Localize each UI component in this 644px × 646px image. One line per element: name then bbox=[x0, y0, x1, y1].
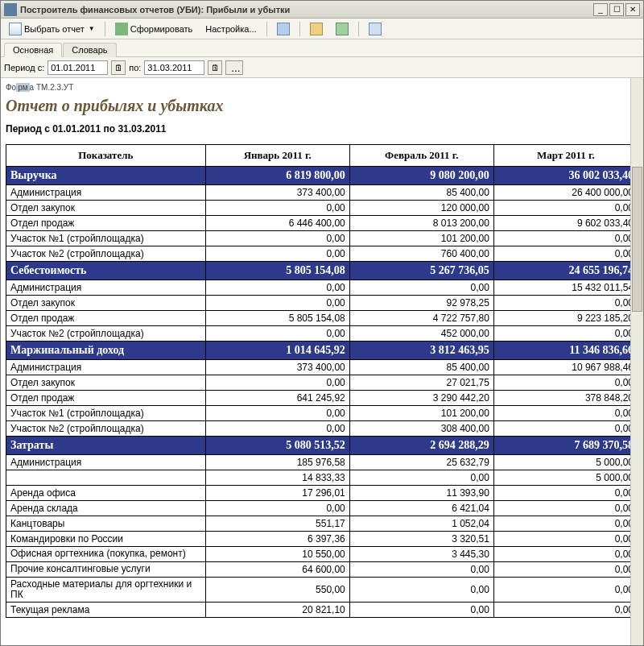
row-value: 373 400,00 bbox=[205, 360, 349, 375]
period-to-calendar[interactable]: 🗓 bbox=[208, 60, 222, 75]
copy-icon bbox=[277, 23, 290, 35]
subrow-value: 20 821,10 bbox=[205, 603, 349, 618]
row-value: 0,00 bbox=[493, 296, 638, 311]
close-button[interactable]: ✕ bbox=[625, 3, 640, 16]
row-value: 4 722 757,80 bbox=[349, 311, 493, 326]
row-label: Отдел продаж bbox=[6, 216, 206, 231]
section-value: 2 694 288,29 bbox=[349, 437, 493, 455]
export-button[interactable] bbox=[305, 20, 328, 38]
form-button[interactable]: Сформировать bbox=[110, 20, 198, 38]
row-value: 15 432 011,54 bbox=[493, 280, 638, 296]
table-subrow: Аренда склада0,006 421,040,00 bbox=[6, 501, 638, 516]
tab-dictionary[interactable]: Словарь bbox=[63, 43, 116, 57]
row-value: 0,00 bbox=[205, 280, 349, 296]
table-subrow: Текущая реклама20 821,100,000,00 bbox=[6, 603, 638, 618]
subrow-value: 551,17 bbox=[205, 516, 349, 532]
toolbar-separator bbox=[299, 22, 300, 36]
save-button[interactable] bbox=[331, 20, 353, 38]
subrow-value: 10 550,00 bbox=[205, 547, 349, 562]
table-subrow: 14 833,330,005 000,00 bbox=[6, 470, 638, 486]
subrow-value: 0,00 bbox=[493, 486, 638, 501]
row-value: 3 290 442,20 bbox=[349, 391, 493, 406]
period-from-label: Период с: bbox=[4, 63, 44, 72]
row-value: 308 400,00 bbox=[349, 421, 493, 437]
table-row: Отдел закупок0,0092 978,250,00 bbox=[6, 296, 638, 311]
maximize-button[interactable]: ☐ bbox=[609, 3, 624, 16]
table-subrow: Канцтовары551,171 052,040,00 bbox=[6, 516, 638, 532]
select-report-button[interactable]: Выбрать отчет ▼ bbox=[4, 20, 100, 38]
row-label: Отдел продаж bbox=[6, 311, 206, 326]
refresh-icon bbox=[369, 23, 382, 35]
section-value: 5 080 513,52 bbox=[205, 437, 349, 455]
period-bar: Период с: 🗓 по: 🗓 ... bbox=[1, 57, 643, 78]
tab-main[interactable]: Основная bbox=[4, 43, 62, 57]
export-icon bbox=[310, 23, 323, 35]
table-row: Отдел продаж5 805 154,084 722 757,809 22… bbox=[6, 311, 638, 326]
subrow-label: Офисная оргтехника (покупка, ремонт) bbox=[6, 547, 206, 562]
table-row: Администрация0,000,0015 432 011,54 bbox=[6, 280, 638, 296]
table-subrow: Командировки по России6 397,363 320,510,… bbox=[6, 532, 638, 547]
row-value: 452 000,00 bbox=[349, 326, 493, 342]
period-to-input[interactable] bbox=[144, 60, 204, 75]
minimize-button[interactable]: _ bbox=[593, 3, 608, 16]
row-value: 0,00 bbox=[493, 246, 638, 262]
subrow-label: Канцтовары bbox=[6, 516, 206, 532]
period-from-input[interactable] bbox=[47, 60, 108, 75]
row-value: 10 967 988,46 bbox=[493, 360, 638, 375]
row-value: 641 245,92 bbox=[205, 391, 349, 406]
scrollbar-thumb[interactable] bbox=[632, 167, 642, 312]
section-row: Себестоимость5 805 154,085 267 736,0524 … bbox=[6, 262, 638, 280]
table-row: Администрация185 976,5825 632,795 000,00 bbox=[6, 455, 638, 470]
row-value: 8 013 200,00 bbox=[349, 216, 493, 231]
subrow-value: 0,00 bbox=[493, 547, 638, 562]
toolbar-separator bbox=[358, 22, 359, 36]
window-title: Построитель финансовых отчетов (УБИ): Пр… bbox=[20, 5, 593, 14]
table-row: Отдел продаж6 446 400,008 013 200,009 60… bbox=[6, 216, 638, 231]
subrow-value: 0,00 bbox=[493, 501, 638, 516]
row-value: 101 200,00 bbox=[349, 231, 493, 246]
section-value: 6 819 800,00 bbox=[205, 167, 349, 185]
row-value: 185 976,58 bbox=[205, 455, 349, 470]
settings-button[interactable]: Настройка... bbox=[200, 22, 261, 36]
section-value: 5 267 736,05 bbox=[349, 262, 493, 280]
subrow-value: 3 320,51 bbox=[349, 532, 493, 547]
row-value: 0,00 bbox=[493, 406, 638, 421]
subrow-value: 5 000,00 bbox=[493, 470, 638, 486]
row-label: Администрация bbox=[6, 455, 206, 470]
subrow-label: Прочие консалтинговые услуги bbox=[6, 562, 206, 578]
table-subrow: Расходные материалы для оргтехники и ПК5… bbox=[6, 578, 638, 603]
row-value: 6 446 400,00 bbox=[205, 216, 349, 231]
period-from-calendar[interactable]: 🗓 bbox=[111, 60, 126, 75]
section-value: 24 655 196,74 bbox=[493, 262, 638, 280]
row-value: 0,00 bbox=[205, 421, 349, 437]
row-value: 85 400,00 bbox=[349, 185, 493, 201]
section-name: Себестоимость bbox=[6, 262, 206, 280]
row-value: 0,00 bbox=[205, 296, 349, 311]
subrow-value: 0,00 bbox=[349, 470, 493, 486]
period-more-button[interactable]: ... bbox=[225, 60, 243, 75]
report-period: Период с 01.01.2011 по 31.03.2011 bbox=[6, 123, 638, 135]
table-row: Участок №2 (стройплощадка)0,00760 400,00… bbox=[6, 246, 638, 262]
subrow-value: 11 393,90 bbox=[349, 486, 493, 501]
section-value: 3 812 463,95 bbox=[349, 342, 493, 360]
row-value: 378 848,20 bbox=[493, 391, 638, 406]
chevron-down-icon: ▼ bbox=[89, 25, 95, 32]
table-row: Администрация373 400,0085 400,0026 400 0… bbox=[6, 185, 638, 201]
copy-button[interactable] bbox=[272, 20, 295, 38]
table-row: Участок №1 (стройплощадка)0,00101 200,00… bbox=[6, 406, 638, 421]
refresh-button[interactable] bbox=[364, 20, 386, 38]
subrow-value: 1 052,04 bbox=[349, 516, 493, 532]
period-to-label: по: bbox=[129, 63, 141, 72]
subrow-value: 14 833,33 bbox=[205, 470, 349, 486]
subrow-label: Текущая реклама bbox=[6, 603, 206, 618]
row-value: 0,00 bbox=[205, 326, 349, 342]
section-row: Выручка6 819 800,009 080 200,0036 002 03… bbox=[6, 167, 638, 185]
subrow-label bbox=[6, 470, 206, 486]
subrow-value: 550,00 bbox=[205, 578, 349, 603]
report-area: Форма ТМ.2.3.УТ Отчет о прибылях и убытк… bbox=[1, 78, 643, 645]
subrow-value: 0,00 bbox=[349, 578, 493, 603]
vertical-scrollbar[interactable] bbox=[630, 78, 643, 645]
row-value: 27 021,75 bbox=[349, 375, 493, 391]
subrow-value: 0,00 bbox=[205, 501, 349, 516]
form-id: Форма ТМ.2.3.УТ bbox=[6, 83, 638, 92]
